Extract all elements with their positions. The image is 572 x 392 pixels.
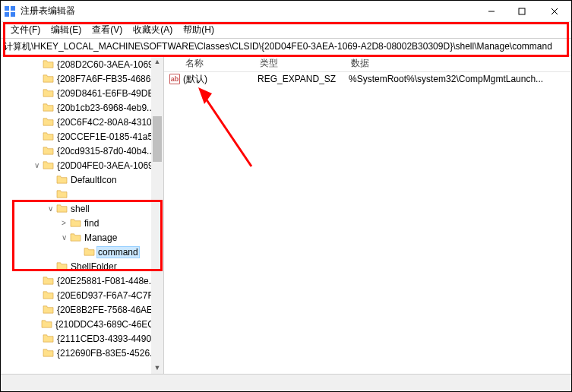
tree-item[interactable]: {2111CED3-4393-4490... <box>1 331 163 346</box>
tree-item[interactable]: {209D8461-E6FB-49DE... <box>1 86 163 100</box>
menu-help[interactable]: 帮助(H) <box>178 24 220 36</box>
tree-item[interactable]: {20E6D937-F6A7-4C7F... <box>1 288 163 302</box>
tree-item[interactable]: {20C6F4C2-80A8-4310... <box>1 115 163 129</box>
tree-item-label: {20E8B2FE-7568-46AE... <box>55 305 162 315</box>
folder-icon <box>55 175 68 185</box>
svg-rect-2 <box>5 12 9 17</box>
tree-item-label: {20b1cb23-6968-4eb9... <box>55 103 156 113</box>
status-bar <box>1 374 571 391</box>
tree-item[interactable]: {20CCEF1E-0185-41a5... <box>1 129 163 144</box>
menu-favorites[interactable]: 收藏夹(A) <box>128 24 178 36</box>
col-header-data[interactable]: 数据 <box>346 57 571 70</box>
tree-item[interactable]: {208D2C60-3AEA-1069... <box>1 57 163 71</box>
tree-item[interactable]: ShellFolder <box>1 259 163 273</box>
menu-edit[interactable]: 编辑(E) <box>46 24 87 36</box>
tree-item-label: {20D04FE0-3AEA-1069... <box>55 160 163 171</box>
scroll-down-arrow[interactable]: ▼ <box>151 362 163 374</box>
folder-icon <box>42 103 54 113</box>
tree-item-label: {20C6F4C2-80A8-4310... <box>55 117 161 128</box>
folder-icon <box>55 204 68 214</box>
folder-icon <box>69 232 81 243</box>
tree-item-label: {208D2C60-3AEA-1069... <box>55 59 163 70</box>
folder-icon <box>42 74 54 84</box>
value-name: (默认) <box>183 73 258 86</box>
tree-item[interactable]: command <box>1 245 163 259</box>
folder-icon <box>83 247 95 258</box>
workspace: {208D2C60-3AEA-1069...{208F7A6F-FB35-468… <box>1 55 571 374</box>
tree-item-label: Manage <box>83 232 119 243</box>
value-data: %SystemRoot%\system32\CompMgmtLaunch... <box>349 74 571 84</box>
folder-icon <box>42 160 54 171</box>
address-path: 计算机\HKEY_LOCAL_MACHINE\SOFTWARE\Classes\… <box>4 40 552 53</box>
menu-file[interactable]: 文件(F) <box>5 24 46 36</box>
app-icon <box>4 5 16 17</box>
tree-item[interactable] <box>1 187 163 201</box>
tree-twisty[interactable]: ∨ <box>45 204 55 213</box>
tree-item-label: find <box>83 218 100 229</box>
folder-icon <box>42 290 54 301</box>
svg-rect-3 <box>11 12 15 17</box>
col-header-name[interactable]: 名称 <box>164 57 255 70</box>
window-title: 注册表编辑器 <box>21 5 476 17</box>
tree-item-label: {208F7A6F-FB35-4686... <box>55 74 160 84</box>
menu-view[interactable]: 查看(V) <box>87 24 128 36</box>
tree-item-label: {2111CED3-4393-4490... <box>55 334 160 344</box>
address-bar[interactable]: 计算机\HKEY_LOCAL_MACHINE\SOFTWARE\Classes\… <box>1 38 571 55</box>
scroll-thumb[interactable] <box>153 116 162 162</box>
maximize-button[interactable] <box>507 1 537 22</box>
tree-item-label: shell <box>69 204 91 214</box>
tree-item-label: {20cd9315-87d0-40b4... <box>55 146 156 156</box>
tree-item[interactable]: {20E25881-F081-448e... <box>1 273 163 288</box>
svg-rect-1 <box>11 6 15 11</box>
tree-item[interactable]: {20cd9315-87d0-40b4... <box>1 144 163 158</box>
tree-item[interactable]: {212690FB-83E5-4526... <box>1 346 163 360</box>
tree-twisty[interactable]: > <box>58 219 69 227</box>
tree-item-label: DefaultIcon <box>69 175 119 185</box>
tree-item-label: command <box>96 246 140 258</box>
string-value-icon: ab <box>169 73 181 85</box>
tree-scrollbar[interactable]: ▲ ▼ <box>151 55 163 374</box>
folder-icon <box>42 334 54 344</box>
tree-item[interactable]: >find <box>1 216 163 230</box>
scroll-up-arrow[interactable]: ▲ <box>151 55 163 68</box>
tree-item[interactable]: ∨Manage <box>1 230 163 245</box>
folder-icon <box>40 319 52 330</box>
title-bar: 注册表编辑器 <box>1 1 571 22</box>
list-pane[interactable]: 名称 类型 数据 ab(默认)REG_EXPAND_SZ%SystemRoot%… <box>164 55 571 374</box>
tree-item[interactable]: DefaultIcon <box>1 172 163 187</box>
tree-item-label: {20CCEF1E-0185-41a5... <box>55 131 162 142</box>
list-row[interactable]: ab(默认)REG_EXPAND_SZ%SystemRoot%\system32… <box>164 72 571 86</box>
list-header: 名称 类型 数据 <box>164 55 571 72</box>
tree-item[interactable]: {20b1cb23-6968-4eb9... <box>1 100 163 115</box>
folder-icon <box>69 218 81 229</box>
tree-item[interactable]: {210DDC43-689C-46EC... <box>1 317 163 331</box>
tree-item-label: {210DDC43-689C-46EC... <box>54 319 163 330</box>
tree-pane[interactable]: {208D2C60-3AEA-1069...{208F7A6F-FB35-468… <box>1 55 164 374</box>
svg-rect-0 <box>5 6 9 11</box>
tree-twisty[interactable]: ∨ <box>58 233 69 242</box>
folder-icon <box>55 261 68 272</box>
close-button[interactable] <box>537 1 571 22</box>
tree-item[interactable]: ∨{20D04FE0-3AEA-1069... <box>1 158 163 172</box>
folder-icon <box>42 348 54 359</box>
folder-icon <box>42 117 54 128</box>
tree-item-label: {212690FB-83E5-4526... <box>55 348 159 359</box>
folder-icon <box>42 88 54 99</box>
menu-bar: 文件(F) 编辑(E) 查看(V) 收藏夹(A) 帮助(H) <box>1 22 571 38</box>
tree-item[interactable]: ∨shell <box>1 201 163 216</box>
col-header-type[interactable]: 类型 <box>255 57 346 70</box>
tree-item[interactable]: {20E8B2FE-7568-46AE... <box>1 302 163 317</box>
tree-item-label: {209D8461-E6FB-49DE... <box>55 88 163 99</box>
folder-icon <box>55 189 68 200</box>
tree-item[interactable]: {208F7A6F-FB35-4686... <box>1 71 163 86</box>
tree-item-label: {20E6D937-F6A7-4C7F... <box>55 290 161 301</box>
tree-twisty[interactable]: ∨ <box>31 161 42 169</box>
minimize-button[interactable] <box>476 1 507 22</box>
folder-icon <box>42 131 54 142</box>
tree-item-label: ShellFolder <box>69 261 119 272</box>
value-type: REG_EXPAND_SZ <box>258 74 349 84</box>
tree-item-label: {20E25881-F081-448e... <box>55 276 158 286</box>
svg-rect-5 <box>519 8 525 14</box>
folder-icon <box>42 305 54 315</box>
folder-icon <box>42 146 54 156</box>
